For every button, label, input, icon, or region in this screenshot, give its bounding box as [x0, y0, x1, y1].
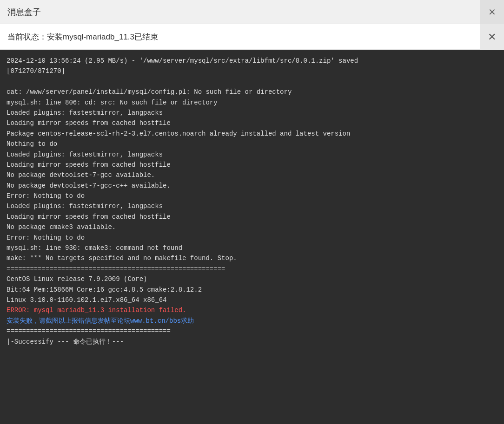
terminal-line: Loading mirror speeds from cached hostfi… [7, 212, 497, 222]
terminal-line: Error: Nothing to do [7, 233, 497, 243]
terminal-line: Loading mirror speeds from cached hostfi… [7, 160, 497, 170]
terminal-line: No package devtoolset-7-gcc available. [7, 170, 497, 180]
terminal-line: 安装失败，请截图以上报错信息发帖至论坛www.bt.cn/bbs求助 [7, 316, 497, 326]
terminal-line: 2024-12-10 13:56:24 (2.95 MB/s) - '/www/… [7, 56, 497, 66]
status-bar: 当前状态：安装mysql-mariadb_11.3已结束 ✕ [0, 24, 504, 50]
terminal-line: Loaded plugins: fastestmirror, langpacks [7, 108, 497, 118]
title-bar: 消息盒子 ✕ [0, 0, 504, 24]
terminal-line: [871270/871270] [7, 66, 497, 76]
terminal-line: Loaded plugins: fastestmirror, langpacks [7, 201, 497, 211]
terminal-line: Nothing to do [7, 139, 497, 149]
terminal-line: ERROR: mysql mariadb_11.3 installation f… [7, 305, 497, 315]
close-button-right[interactable]: ✕ [480, 24, 504, 50]
terminal-line: Bit:64 Mem:15866M Core:16 gcc:4.8.5 cmak… [7, 285, 497, 295]
terminal-output: 2024-12-10 13:56:24 (2.95 MB/s) - '/www/… [0, 50, 504, 405]
terminal-line: ========================================… [7, 326, 497, 336]
bottom-bar [0, 405, 504, 424]
terminal-line: Linux 3.10.0-1160.102.1.el7.x86_64 x86_6… [7, 295, 497, 305]
terminal-line [7, 77, 497, 87]
window-container: 消息盒子 ✕ 当前状态：安装mysql-mariadb_11.3已结束 ✕ 20… [0, 0, 504, 424]
terminal-line: No package cmake3 available. [7, 222, 497, 232]
terminal-line: Error: Nothing to do [7, 191, 497, 201]
terminal-line: ========================================… [7, 264, 497, 274]
terminal-line: Package centos-release-scl-rh-2-3.el7.ce… [7, 129, 497, 139]
terminal-line: cat: /www/server/panel/install/mysql/con… [7, 87, 497, 97]
terminal-line: make: *** No targets specified and no ma… [7, 253, 497, 263]
terminal-line: No package devtoolset-7-gcc-c++ availabl… [7, 181, 497, 191]
terminal-line: Loaded plugins: fastestmirror, langpacks [7, 150, 497, 160]
terminal-line: mysql.sh: line 806: cd: src: No such fil… [7, 98, 497, 108]
terminal-line: Loading mirror speeds from cached hostfi… [7, 118, 497, 128]
terminal-line: CentOS Linux release 7.9.2009 (Core) [7, 274, 497, 284]
terminal-line: mysql.sh: line 930: cmake3: command not … [7, 243, 497, 253]
close-button-top[interactable]: ✕ [480, 0, 504, 24]
window-title: 消息盒子 [7, 7, 41, 18]
terminal-line: |-Successify --- 命令已执行！--- [7, 337, 497, 347]
status-text: 当前状态：安装mysql-mariadb_11.3已结束 [7, 32, 158, 42]
